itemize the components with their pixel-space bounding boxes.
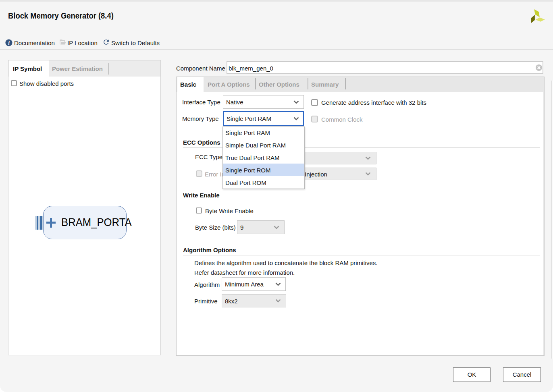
svg-text:i: i xyxy=(8,40,10,46)
